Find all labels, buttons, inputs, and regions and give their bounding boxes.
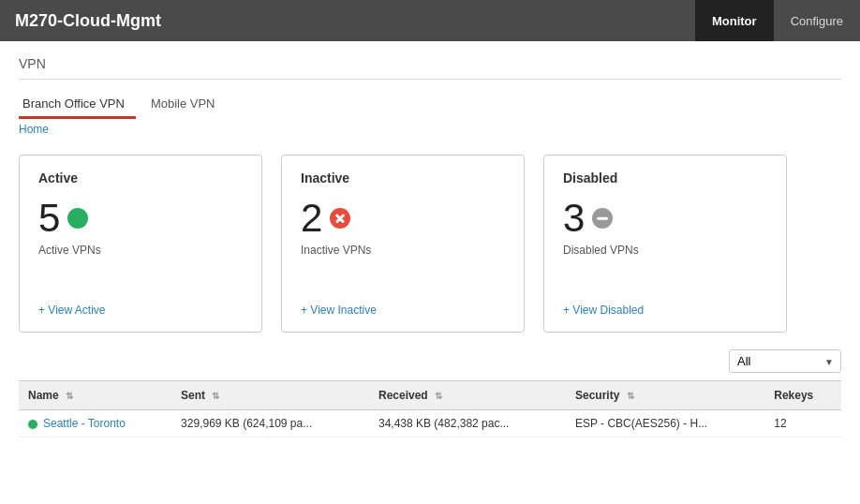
col-header-rekeys[interactable]: Rekeys — [764, 381, 841, 410]
table-cell-security: ESP - CBC(AES256) - H... — [566, 410, 764, 437]
view-inactive-link[interactable]: + View Inactive — [301, 304, 505, 317]
header-navigation: Monitor Configure — [695, 0, 860, 41]
card-inactive-count-row: 2 — [301, 199, 505, 238]
filter-select[interactable]: All Active Inactive Disabled — [729, 349, 841, 373]
col-header-security[interactable]: Security ⇅ — [566, 381, 764, 410]
tab-branch-office[interactable]: Branch Office VPN — [19, 89, 136, 119]
table-filter-row: All Active Inactive Disabled — [19, 349, 841, 373]
col-header-sent[interactable]: Sent ⇅ — [171, 381, 369, 410]
table-row: Seattle - Toronto329,969 KB (624,109 pa.… — [19, 410, 841, 437]
breadcrumb[interactable]: Home — [19, 123, 841, 136]
main-content: VPN Branch Office VPN Mobile VPN Home Ac… — [0, 41, 860, 504]
active-status-icon — [67, 208, 88, 229]
card-active-title: Active — [38, 170, 243, 185]
card-inactive: Inactive 2 Inactive VPNs + View Inactive — [281, 155, 525, 333]
status-cards-row: Active 5 Active VPNs + View Active Inact… — [19, 155, 841, 333]
inactive-status-icon — [330, 208, 350, 229]
view-active-link[interactable]: + View Active — [38, 304, 243, 317]
table-cell-sent: 329,969 KB (624,109 pa... — [171, 410, 369, 437]
app-header: M270-Cloud-Mgmt Monitor Configure — [0, 0, 860, 41]
card-disabled-title: Disabled — [563, 170, 767, 185]
nav-configure[interactable]: Configure — [774, 0, 860, 41]
table-cell-received: 34,438 KB (482,382 pac... — [369, 410, 566, 437]
sort-icon-name: ⇅ — [66, 391, 73, 401]
card-disabled-count-row: 3 — [563, 199, 767, 238]
card-inactive-count: 2 — [301, 199, 322, 238]
disabled-status-icon — [592, 208, 613, 229]
row-name-link[interactable]: Seattle - Toronto — [43, 417, 126, 430]
card-disabled-count: 3 — [563, 199, 585, 238]
card-inactive-title: Inactive — [301, 170, 505, 185]
card-active-count: 5 — [38, 199, 60, 238]
card-active: Active 5 Active VPNs + View Active — [19, 155, 262, 333]
card-active-count-row: 5 — [38, 199, 243, 238]
vpn-tabs: Branch Office VPN Mobile VPN — [19, 89, 841, 119]
filter-select-wrapper: All Active Inactive Disabled — [729, 349, 841, 373]
row-status-dot — [28, 420, 37, 429]
vpn-table-area: All Active Inactive Disabled Name ⇅ Sent… — [19, 349, 841, 437]
card-active-label: Active VPNs — [38, 244, 243, 257]
col-header-received[interactable]: Received ⇅ — [369, 381, 566, 410]
tab-mobile-vpn[interactable]: Mobile VPN — [147, 89, 227, 119]
sort-icon-sent: ⇅ — [212, 391, 219, 401]
vpn-table: Name ⇅ Sent ⇅ Received ⇅ Security ⇅ — [19, 380, 841, 437]
app-title: M270-Cloud-Mgmt — [15, 11, 161, 31]
nav-monitor[interactable]: Monitor — [695, 0, 774, 41]
vpn-section-label: VPN — [19, 56, 841, 80]
table-header-row: Name ⇅ Sent ⇅ Received ⇅ Security ⇅ — [19, 381, 841, 410]
sort-icon-received: ⇅ — [435, 391, 442, 401]
table-cell-name: Seattle - Toronto — [19, 410, 171, 437]
view-disabled-link[interactable]: + View Disabled — [563, 304, 767, 317]
card-inactive-label: Inactive VPNs — [301, 244, 505, 257]
card-disabled: Disabled 3 Disabled VPNs + View Disabled — [543, 155, 787, 333]
sort-icon-security: ⇅ — [627, 391, 634, 401]
col-header-name[interactable]: Name ⇅ — [19, 381, 171, 410]
card-disabled-label: Disabled VPNs — [563, 244, 767, 257]
table-cell-rekeys: 12 — [764, 410, 841, 437]
